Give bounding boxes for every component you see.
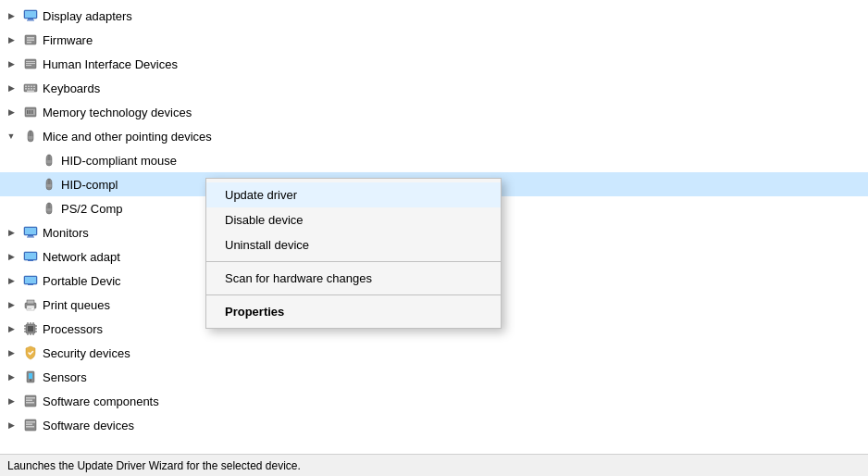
memory-icon (21, 103, 40, 121)
svg-rect-14 (28, 86, 30, 88)
chevron-icon[interactable] (4, 370, 19, 384)
svg-point-66 (30, 380, 31, 382)
svg-rect-26 (31, 110, 33, 114)
svg-rect-1 (28, 19, 33, 20)
chevron-icon[interactable] (4, 321, 19, 336)
chevron-icon[interactable] (4, 297, 19, 312)
tree-item-label: HID-compliant mouse (61, 154, 868, 168)
processor-icon (21, 319, 40, 338)
svg-rect-46 (27, 300, 34, 304)
tree-item-label: Keyboards (43, 81, 868, 95)
chevron-icon[interactable] (4, 105, 19, 119)
svg-rect-19 (31, 88, 32, 90)
chevron-icon[interactable] (4, 8, 19, 23)
svg-rect-48 (28, 307, 33, 308)
tree-item-label: Software devices (43, 419, 868, 432)
svg-rect-40 (25, 253, 36, 259)
svg-rect-20 (33, 88, 35, 90)
keyboard-icon (21, 79, 40, 97)
mouse-icon (40, 151, 58, 169)
tree-item-memory-tech[interactable]: Memory technology devices (0, 100, 868, 124)
svg-rect-16 (33, 86, 35, 88)
svg-rect-72 (26, 421, 35, 423)
svg-rect-6 (27, 40, 34, 42)
tree-item-label: Security devices (43, 346, 868, 360)
svg-rect-34 (47, 208, 52, 211)
status-text: Launches the Update Driver Wizard for th… (7, 459, 301, 472)
tree-item-label: Memory technology devices (43, 106, 868, 119)
software2-icon (21, 416, 40, 434)
network-icon (21, 247, 40, 266)
svg-rect-10 (26, 63, 35, 64)
tree-item-display-adapters[interactable]: Display adapters (0, 4, 868, 28)
svg-rect-37 (27, 237, 34, 238)
svg-rect-65 (29, 373, 32, 379)
chevron-icon[interactable] (4, 418, 19, 432)
svg-rect-13 (25, 86, 27, 88)
svg-rect-11 (26, 65, 31, 66)
svg-rect-3 (25, 11, 36, 18)
mouse-icon (40, 175, 58, 194)
tree-item-hid-mouse1[interactable]: HID-compliant mouse (0, 148, 868, 172)
svg-rect-2 (27, 20, 34, 21)
tree-item-software-components[interactable]: Software components (0, 389, 868, 413)
tree-item-mice[interactable]: Mice and other pointing devices (0, 124, 868, 148)
svg-rect-43 (25, 277, 36, 283)
tree-item-label: Display adapters (43, 9, 868, 23)
svg-rect-15 (31, 86, 32, 88)
tree-item-sensors[interactable]: Sensors (0, 365, 868, 389)
context-menu[interactable]: Update driverDisable deviceUninstall dev… (205, 178, 502, 329)
svg-rect-32 (47, 184, 52, 187)
svg-rect-21 (27, 91, 34, 93)
tree-item-label: Software components (43, 395, 868, 408)
svg-rect-24 (27, 110, 29, 114)
tree-item-label: Sensors (43, 370, 868, 384)
sensor-icon (21, 368, 40, 386)
tree-item-security[interactable]: Security devices (0, 341, 868, 365)
tree-item-human-interface[interactable]: Human Interface Devices (0, 52, 868, 76)
svg-rect-74 (26, 426, 34, 428)
svg-rect-18 (28, 88, 30, 90)
svg-rect-5 (27, 37, 34, 39)
chevron-icon[interactable] (4, 56, 19, 71)
tree-item-software-devices[interactable]: Software devices (0, 413, 868, 437)
status-bar: Launches the Update Driver Wizard for th… (0, 454, 868, 476)
mouse-icon (40, 199, 58, 218)
chevron-icon[interactable] (4, 394, 19, 408)
tree-item-label: Human Interface Devices (43, 57, 868, 71)
chevron-icon[interactable] (4, 32, 19, 47)
context-menu-item-scan-changes[interactable]: Scan for hardware changes (206, 266, 501, 291)
svg-rect-51 (28, 326, 33, 332)
monitor-icon (21, 6, 40, 25)
svg-rect-7 (27, 42, 31, 44)
svg-rect-25 (30, 110, 31, 114)
context-menu-item-properties[interactable]: Properties (206, 299, 501, 324)
context-menu-item-update-driver[interactable]: Update driver (206, 182, 501, 207)
hid-icon (21, 55, 40, 73)
context-menu-item-disable-device[interactable]: Disable device (206, 207, 501, 232)
context-menu-separator (206, 294, 501, 295)
tree-item-keyboards[interactable]: Keyboards (0, 76, 868, 100)
chevron-icon[interactable] (4, 225, 19, 240)
tree-item-label: Firmware (43, 33, 868, 47)
svg-rect-30 (47, 160, 52, 163)
software-icon (21, 392, 40, 410)
svg-rect-38 (25, 228, 36, 234)
svg-rect-28 (29, 136, 33, 139)
chevron-icon[interactable] (4, 273, 19, 288)
chevron-icon[interactable] (4, 81, 19, 95)
svg-rect-44 (28, 284, 33, 285)
firmware-icon (21, 31, 40, 49)
svg-rect-68 (26, 397, 35, 399)
chevron-icon[interactable] (4, 345, 19, 360)
tree-item-label: Mice and other pointing devices (43, 130, 868, 144)
chevron-icon[interactable] (4, 249, 19, 264)
svg-rect-9 (26, 61, 35, 62)
svg-rect-49 (28, 308, 31, 309)
tree-item-firmware[interactable]: Firmware (0, 28, 868, 52)
svg-rect-70 (26, 402, 34, 404)
svg-rect-17 (25, 88, 27, 90)
mouse-icon (21, 127, 40, 145)
context-menu-item-uninstall-device[interactable]: Uninstall device (206, 232, 501, 257)
chevron-icon[interactable] (4, 129, 19, 144)
